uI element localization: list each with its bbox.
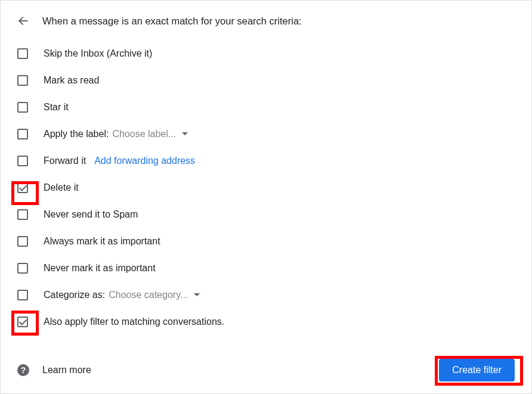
label-delete-it: Delete it xyxy=(44,182,79,193)
select-categorize-as-text: Choose category... xyxy=(109,290,188,300)
option-mark-read: Mark as read xyxy=(17,67,515,94)
learn-more-link[interactable]: Learn more xyxy=(42,365,91,376)
label-forward-it: Forward it xyxy=(44,156,86,166)
label-never-spam: Never send it to Spam xyxy=(44,209,138,220)
checkbox-apply-label[interactable] xyxy=(17,129,28,139)
option-never-spam: Never send it to Spam xyxy=(17,201,515,228)
back-arrow-icon[interactable] xyxy=(17,15,29,27)
link-add-forwarding-address[interactable]: Add forwarding address xyxy=(94,156,195,166)
checkbox-star-it[interactable] xyxy=(17,102,28,113)
header-row: When a message is an exact match for you… xyxy=(17,15,515,27)
checkbox-also-apply[interactable] xyxy=(17,317,28,327)
header-title: When a message is an exact match for you… xyxy=(42,15,302,27)
checkbox-never-important[interactable] xyxy=(17,263,28,274)
label-star-it: Star it xyxy=(44,102,69,113)
filter-actions-panel: When a message is an exact match for you… xyxy=(0,0,532,394)
checkbox-never-spam[interactable] xyxy=(17,209,28,220)
label-always-important: Always mark it as important xyxy=(44,236,160,247)
select-apply-label[interactable]: Choose label... xyxy=(112,129,188,139)
chevron-down-icon xyxy=(182,132,188,135)
option-delete-it: Delete it xyxy=(17,174,515,201)
option-never-important: Never mark it as important xyxy=(17,255,515,281)
checkbox-forward-it[interactable] xyxy=(17,156,28,166)
checkbox-delete-it[interactable] xyxy=(17,182,28,193)
help-icon[interactable]: ? xyxy=(17,364,29,376)
checkbox-categorize-as[interactable] xyxy=(17,290,28,300)
checkbox-mark-read[interactable] xyxy=(17,75,28,86)
label-apply-label: Apply the label: xyxy=(44,129,109,139)
option-always-important: Always mark it as important xyxy=(17,228,515,255)
option-categorize-as: Categorize as: Choose category... xyxy=(17,281,515,308)
checkbox-skip-inbox[interactable] xyxy=(17,48,28,59)
option-star-it: Star it xyxy=(17,94,515,120)
label-never-important: Never mark it as important xyxy=(44,263,156,274)
label-mark-read: Mark as read xyxy=(44,75,99,86)
option-also-apply: Also apply filter to matching conversati… xyxy=(17,308,515,335)
options-list: Skip the Inbox (Archive it) Mark as read… xyxy=(17,40,515,335)
footer-row: ? Learn more Create filter xyxy=(17,359,515,381)
option-forward-it: Forward it Add forwarding address xyxy=(17,147,515,174)
label-also-apply: Also apply filter to matching conversati… xyxy=(44,317,224,327)
option-skip-inbox: Skip the Inbox (Archive it) xyxy=(17,40,515,67)
footer-left: ? Learn more xyxy=(17,364,91,376)
option-apply-label: Apply the label: Choose label... xyxy=(17,120,515,147)
select-apply-label-text: Choose label... xyxy=(112,129,176,139)
chevron-down-icon xyxy=(194,293,200,296)
label-skip-inbox: Skip the Inbox (Archive it) xyxy=(44,48,152,59)
label-categorize-as: Categorize as: xyxy=(44,290,105,300)
checkbox-always-important[interactable] xyxy=(17,236,28,247)
create-filter-button[interactable]: Create filter xyxy=(439,359,515,381)
select-categorize-as[interactable]: Choose category... xyxy=(109,290,200,300)
